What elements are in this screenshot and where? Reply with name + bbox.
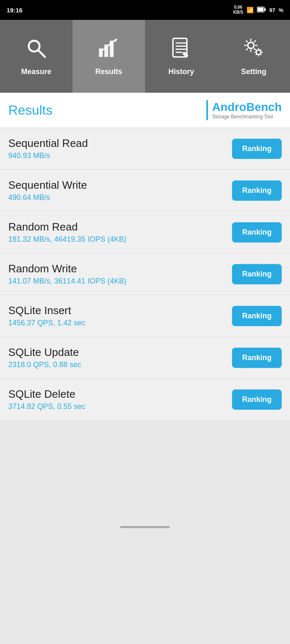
tab-setting-label: Setting [241, 67, 266, 76]
tab-history[interactable]: History [145, 20, 218, 93]
svg-line-4 [38, 50, 45, 57]
table-row: SQLite Update 2318.0 QPS, 0.88 sec Ranki… [0, 337, 290, 379]
nav-tabs: Measure Results [0, 20, 290, 93]
bench-name: SQLite Insert [8, 304, 232, 317]
status-right: 0.06 KB/S 📶 97 % [233, 5, 283, 15]
gear-icon [242, 37, 266, 63]
bench-value: 141.07 MB/s, 36114.41 IOPS (4KB) [8, 277, 232, 286]
bench-name: SQLite Delete [8, 388, 232, 401]
ranking-button[interactable]: Ranking [232, 264, 282, 284]
bench-name: Sequential Write [8, 179, 232, 192]
brand-text: AndroBench Storage Benchmarking Tool [212, 101, 282, 120]
table-row: Sequential Write 490.64 MB/s Ranking [0, 170, 290, 211]
ranking-button[interactable]: Ranking [232, 306, 282, 326]
bottom-area [0, 421, 290, 545]
history-icon [170, 37, 193, 63]
tab-results[interactable]: Results [72, 20, 145, 93]
battery-icon [257, 7, 266, 14]
table-row: Random Read 181.32 MB/s, 46419.35 IOPS (… [0, 211, 290, 253]
ranking-button[interactable]: Ranking [232, 180, 282, 201]
table-row: Sequential Read 940.93 MB/s Ranking [0, 128, 290, 170]
svg-rect-2 [257, 7, 263, 11]
bench-name: Random Read [8, 221, 232, 233]
bench-info: SQLite Insert 1456.37 QPS, 1.42 sec [8, 304, 232, 327]
benchmark-list: Sequential Read 940.93 MB/s Ranking Sequ… [0, 128, 290, 421]
bench-value: 490.64 MB/s [8, 193, 232, 202]
ranking-button[interactable]: Ranking [232, 139, 282, 159]
table-row: SQLite Delete 3714.82 QPS, 0.55 sec Rank… [0, 379, 290, 421]
table-row: SQLite Insert 1456.37 QPS, 1.42 sec Rank… [0, 295, 290, 337]
bench-name: Random Write [8, 262, 232, 275]
table-row: Random Write 141.07 MB/s, 36114.41 IOPS … [0, 253, 290, 295]
bench-info: Sequential Read 940.93 MB/s [8, 137, 232, 160]
bench-info: Random Read 181.32 MB/s, 46419.35 IOPS (… [8, 221, 232, 244]
brand-name: AndroBench [212, 101, 282, 114]
chart-icon [97, 37, 121, 63]
search-icon [25, 37, 48, 63]
bench-info: SQLite Delete 3714.82 QPS, 0.55 sec [8, 388, 232, 411]
bench-value: 940.93 MB/s [8, 151, 232, 160]
svg-point-15 [248, 42, 254, 48]
bench-value: 2318.0 QPS, 0.88 sec [8, 360, 232, 369]
bench-value: 3714.82 QPS, 0.55 sec [8, 402, 232, 411]
tab-setting[interactable]: Setting [218, 20, 290, 93]
brand-bar-decoration [206, 100, 208, 120]
tab-measure[interactable]: Measure [0, 20, 72, 93]
bench-info: SQLite Update 2318.0 QPS, 0.88 sec [8, 346, 232, 369]
ranking-button[interactable]: Ranking [232, 348, 282, 368]
bench-value: 1456.37 QPS, 1.42 sec [8, 319, 232, 327]
bench-value: 181.32 MB/s, 46419.35 IOPS (4KB) [8, 235, 232, 244]
brand-logo: AndroBench Storage Benchmarking Tool [206, 100, 282, 120]
bench-name: SQLite Update [8, 346, 232, 359]
status-time: 19:16 [7, 7, 22, 14]
ranking-button[interactable]: Ranking [232, 389, 282, 410]
bench-info: Sequential Write 490.64 MB/s [8, 179, 232, 202]
network-speed: 0.06 KB/S [233, 5, 243, 15]
tab-history-label: History [168, 67, 194, 76]
tab-results-label: Results [95, 67, 122, 76]
battery-percent: 97 [269, 7, 275, 13]
results-header: Results AndroBench Storage Benchmarking … [0, 93, 290, 128]
svg-rect-1 [264, 8, 266, 11]
bench-name: Sequential Read [8, 137, 232, 150]
bench-info: Random Write 141.07 MB/s, 36114.41 IOPS … [8, 262, 232, 286]
scroll-indicator [120, 526, 170, 528]
ranking-button[interactable]: Ranking [232, 222, 282, 243]
brand-sub: Storage Benchmarking Tool [212, 114, 282, 120]
status-bar: 19:16 0.06 KB/S 📶 97 % [0, 0, 290, 20]
tab-measure-label: Measure [21, 67, 51, 76]
results-title: Results [8, 103, 53, 118]
wifi-icon: 📶 [247, 7, 254, 13]
